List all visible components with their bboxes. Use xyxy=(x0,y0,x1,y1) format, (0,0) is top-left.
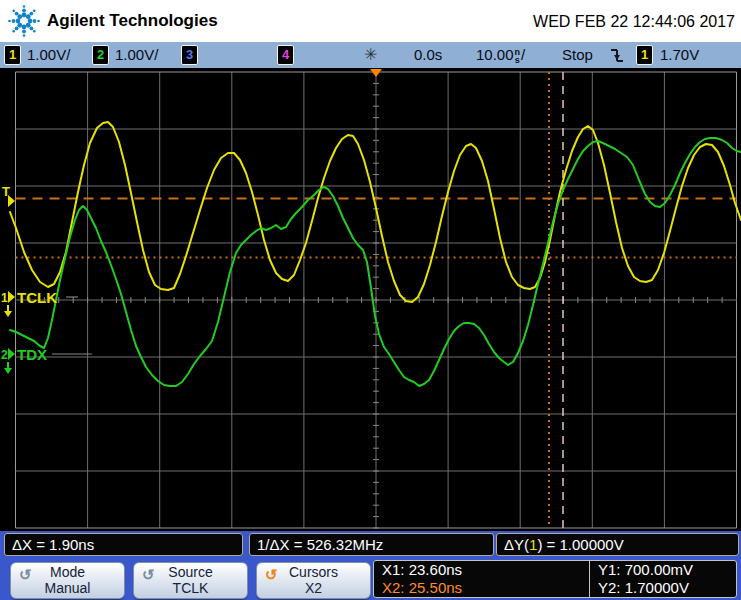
channel-2-ground-down-arrow-head xyxy=(4,368,12,374)
channel-2-ground-marker-arrow xyxy=(8,348,15,360)
measurement-strip: ΔX = 1.90ns 1/ΔX = 526.32MHz ΔY(1) = 1.0… xyxy=(0,531,741,558)
timebase-readout: 10.00ns/ xyxy=(476,42,525,67)
channel-2-badge[interactable]: 2 xyxy=(92,45,109,65)
softkey-source-button[interactable]: ↺ Source TCLK xyxy=(133,562,248,599)
cursor-x1-readout: X1: 23.60ns xyxy=(382,561,462,579)
channel-1-ground-marker-arrow xyxy=(8,291,15,303)
trigger-level-readout: 1.70V xyxy=(660,42,699,67)
inverse-delta-x-readout: 1/ΔX = 526.32MHz xyxy=(249,533,494,556)
trigger-source-badge[interactable]: 1 xyxy=(636,45,653,65)
rotate-knob-icon: ↺ xyxy=(142,566,155,584)
tdx-label: TDX xyxy=(17,346,47,363)
softkey-row: ↺ Mode Manual ↺ Source TCLK ↺ Cursors X2… xyxy=(0,558,741,600)
timebase-unit: ns xyxy=(515,48,521,64)
softkey-mode-button[interactable]: ↺ Mode Manual xyxy=(10,562,125,599)
cursor-y1-readout: Y1: 700.00mV xyxy=(598,561,693,579)
readout-divider xyxy=(589,561,590,597)
brand-title: Agilent Technologies xyxy=(47,11,218,31)
tclk-label: TCLK xyxy=(17,289,57,306)
trigger-edge-icon xyxy=(608,46,626,65)
run-state-label: Stop xyxy=(562,42,593,67)
cursor-readout-box: X1: 23.60ns X2: 25.50ns Y1: 700.00mV Y2:… xyxy=(373,560,737,598)
cursor-x2-readout: X2: 25.50ns xyxy=(382,579,462,597)
channel-4-badge[interactable]: 4 xyxy=(277,45,294,65)
waveform-display[interactable]: T12TCLKTDX xyxy=(0,68,741,531)
agilent-logo xyxy=(6,3,42,39)
rotate-knob-icon-active: ↺ xyxy=(265,566,278,584)
acquisition-mode-icon: ✳ xyxy=(364,42,377,67)
oscilloscope-screen: Agilent Technologies WED FEB 22 12:44:06… xyxy=(0,0,741,600)
delta-x-readout: ΔX = 1.90ns xyxy=(4,533,243,556)
channel-1-badge[interactable]: 1 xyxy=(4,45,21,65)
channel-1-scale[interactable]: 1.00V/ xyxy=(27,42,70,67)
channel-1-ground-marker: 1 xyxy=(1,291,8,305)
header-bar: Agilent Technologies WED FEB 22 12:44:06… xyxy=(0,0,741,42)
rotate-knob-icon: ↺ xyxy=(19,566,32,584)
status-bar: 1 1.00V/ 2 1.00V/ 3 4 ✳ 0.0s 10.00ns/ St… xyxy=(0,42,741,69)
softkey-cursors-button[interactable]: ↺ Cursors X2 xyxy=(256,562,371,599)
channel-2-scale[interactable]: 1.00V/ xyxy=(115,42,158,67)
datetime-display: WED FEB 22 12:44:06 2017 xyxy=(533,13,735,31)
delta-y-readout: ΔY(1) = 1.00000V xyxy=(496,533,739,556)
time-reference-marker xyxy=(370,69,382,77)
delay-readout: 0.0s xyxy=(414,42,442,67)
cursor-y2-readout: Y2: 1.70000V xyxy=(598,579,693,597)
channel-3-badge[interactable]: 3 xyxy=(181,45,198,65)
channel-1-ground-down-arrow-head xyxy=(4,311,12,317)
trigger-level-arrow xyxy=(8,195,15,207)
timebase-value: 10.00 xyxy=(476,46,514,63)
channel-2-ground-marker: 2 xyxy=(1,348,8,362)
